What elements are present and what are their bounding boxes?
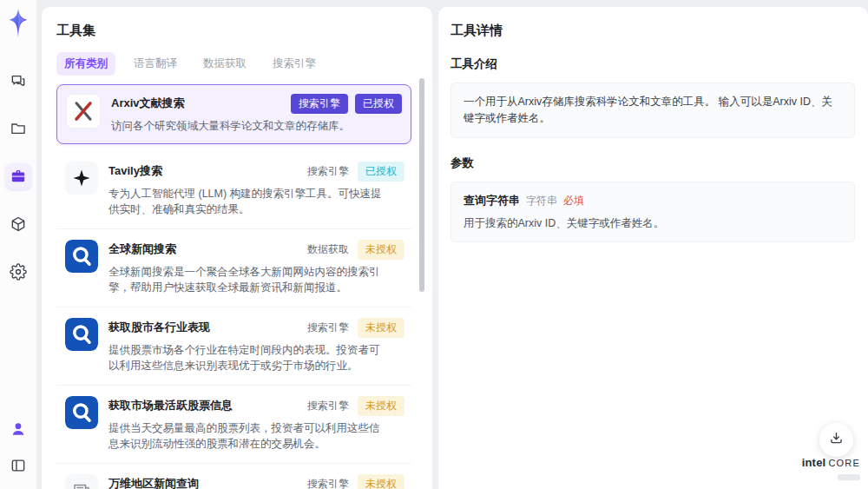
stock-search-icon xyxy=(65,318,98,351)
tool-card-most-active-stocks[interactable]: 获取市场最活跃股票信息 搜索引擎 未授权 提供当天交易量最高的股票列表，投资者可… xyxy=(56,385,411,463)
tavily-icon xyxy=(65,162,98,195)
details-panel-title: 工具详情 xyxy=(450,23,855,39)
category-badge: 搜索引擎 xyxy=(306,162,351,182)
category-badge: 数据获取 xyxy=(306,240,351,260)
tools-panel-title: 工具集 xyxy=(56,23,418,39)
tool-name: 获取股市各行业表现 xyxy=(108,318,306,335)
newspaper-icon xyxy=(65,474,98,489)
category-tabs: 所有类别 语言翻译 数据获取 搜索引擎 xyxy=(56,52,418,76)
panel-toggle-icon[interactable] xyxy=(5,453,31,479)
app-logo-icon xyxy=(6,9,30,38)
tool-card-sector-performance[interactable]: 获取股市各行业表现 搜索引擎 未授权 提供股票市场各个行业在特定时间段内的表现。… xyxy=(56,307,411,385)
category-badge: 搜索引擎 xyxy=(291,94,348,114)
rail-nav xyxy=(5,68,31,285)
tab-data-fetch[interactable]: 数据获取 xyxy=(195,52,254,76)
category-badge: 搜索引擎 xyxy=(306,396,351,416)
auth-badge: 未授权 xyxy=(358,318,404,338)
chat-icon[interactable] xyxy=(5,68,31,94)
tool-description: 访问各个研究领域大量科学论文和文章的存储库。 xyxy=(111,118,391,135)
folder-icon[interactable] xyxy=(5,116,31,142)
tab-language-translation[interactable]: 语言翻译 xyxy=(126,52,185,76)
tab-all-categories[interactable]: 所有类别 xyxy=(56,52,115,76)
tool-name: 全球新闻搜索 xyxy=(108,240,306,257)
param-type: 字符串 xyxy=(526,194,557,208)
global-news-icon xyxy=(65,240,98,273)
download-button[interactable] xyxy=(819,423,853,457)
auth-badge: 未授权 xyxy=(358,474,404,489)
auth-badge: 已授权 xyxy=(358,162,404,182)
user-icon[interactable] xyxy=(5,416,31,442)
tab-search-engine[interactable]: 搜索引擎 xyxy=(265,52,324,76)
intro-box: 一个用于从Arxiv存储库搜索科学论文和文章的工具。 输入可以是Arxiv ID… xyxy=(450,83,855,138)
tool-card-tavily[interactable]: Tavily搜索 搜索引擎 已授权 专为人工智能代理 (LLM) 构建的搜索引擎… xyxy=(56,151,411,228)
intro-text: 一个用于从Arxiv存储库搜索科学论文和文章的工具。 输入可以是Arxiv ID… xyxy=(464,94,842,127)
tool-name: Tavily搜索 xyxy=(108,162,306,179)
param-item: 查询字符串 字符串 必填 用于搜索的Arxiv ID、关键字或作者姓名。 xyxy=(450,182,855,242)
tool-description: 全球新闻搜索是一个聚合全球各大新闻网站内容的搜索引擎，帮助用户快速获取全球最新资… xyxy=(108,264,388,296)
intro-heading: 工具介绍 xyxy=(450,56,855,72)
package-icon[interactable] xyxy=(5,211,31,237)
tool-name: 万维地区新闻查询 xyxy=(108,474,306,489)
tool-name: 获取市场最活跃股票信息 xyxy=(108,396,306,413)
intel-core-logo: intelCORE xyxy=(802,455,860,483)
tools-panel: 工具集 所有类别 语言翻译 数据获取 搜索引擎 Arxiv文献搜索 搜索引擎 xyxy=(42,7,432,489)
settings-icon[interactable] xyxy=(5,259,31,285)
rail-bottom xyxy=(5,416,31,479)
tool-description: 提供当天交易量最高的股票列表，投资者可以利用这些信息来识别流动性强的股票和潜在的… xyxy=(108,420,388,453)
tool-name: Arxiv文献搜索 xyxy=(111,94,291,111)
auth-badge: 已授权 xyxy=(355,94,402,114)
category-badge: 搜索引擎 xyxy=(306,474,351,489)
auth-badge: 未授权 xyxy=(358,240,404,260)
download-icon xyxy=(828,430,845,450)
tool-description: 提供股票市场各个行业在特定时间段内的表现。投资者可以利用这些信息来识别表现优于或… xyxy=(108,342,388,374)
core-wordmark: CORE xyxy=(828,458,860,468)
tool-card-arxiv[interactable]: Arxiv文献搜索 搜索引擎 已授权 访问各个研究领域大量科学论文和文章的存储库… xyxy=(56,84,411,144)
left-rail xyxy=(0,0,37,489)
toolbox-icon[interactable] xyxy=(5,163,31,189)
tool-details-panel: 工具详情 工具介绍 一个用于从Arxiv存储库搜索科学论文和文章的工具。 输入可… xyxy=(438,7,868,489)
tool-description: 专为人工智能代理 (LLM) 构建的搜索引擎工具。可快速提供实时、准确和真实的结… xyxy=(108,186,388,218)
logo-sub-badge xyxy=(838,474,860,480)
param-description: 用于搜索的Arxiv ID、关键字或作者姓名。 xyxy=(464,216,842,231)
tool-list: Arxiv文献搜索 搜索引擎 已授权 访问各个研究领域大量科学论文和文章的存储库… xyxy=(56,84,411,489)
category-badge: 搜索引擎 xyxy=(306,318,351,338)
param-required-flag: 必填 xyxy=(563,194,584,208)
tool-card-global-news[interactable]: 全球新闻搜索 数据获取 未授权 全球新闻搜索是一个聚合全球各大新闻网站内容的搜索… xyxy=(56,228,411,307)
tool-card-regional-news[interactable]: 万维地区新闻查询 搜索引擎 未授权 查询具体行政区划内的新闻，快速了解各地新闻动 xyxy=(56,463,411,489)
arxiv-icon xyxy=(66,94,101,129)
stock-search-icon xyxy=(65,396,98,429)
param-name: 查询字符串 xyxy=(464,193,520,208)
params-heading: 参数 xyxy=(450,155,855,171)
auth-badge: 未授权 xyxy=(358,396,404,416)
intel-wordmark: intel xyxy=(802,456,826,469)
scrollbar-thumb[interactable] xyxy=(419,78,424,292)
